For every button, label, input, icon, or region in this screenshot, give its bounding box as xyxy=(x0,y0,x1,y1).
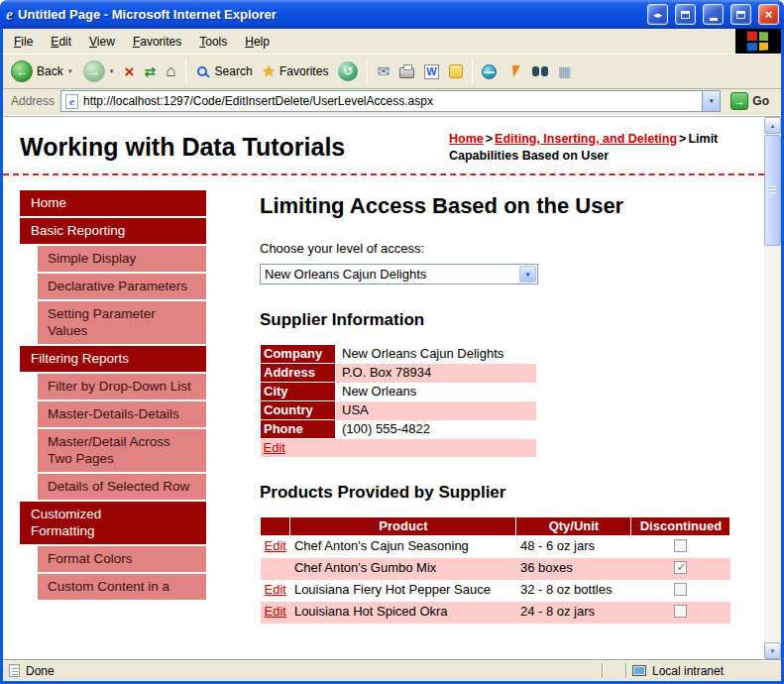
stop-icon: × xyxy=(125,63,135,80)
vertical-scrollbar[interactable]: ▲ ▼ xyxy=(764,117,781,659)
menu-edit[interactable]: Edit xyxy=(42,31,80,53)
breadcrumb-home-link[interactable]: Home xyxy=(449,132,484,146)
sidebar-item-filter-by-dropdown-list[interactable]: Filter by Drop-Down List xyxy=(38,374,206,399)
ie-logo-icon: e xyxy=(6,6,13,24)
sidebar-item-home[interactable]: Home xyxy=(20,190,206,216)
scrollbar-thumb[interactable] xyxy=(764,135,781,246)
address-url[interactable]: http://localhost:1297/Code/EditInsertDel… xyxy=(83,94,697,108)
access-level-label: Choose your level of access: xyxy=(260,241,737,256)
back-button[interactable]: ← Back ▼ xyxy=(6,57,78,86)
product-name: Chef Anton's Cajun Seasoning xyxy=(290,536,516,559)
word-icon: W xyxy=(424,64,439,79)
discontinued-checkbox xyxy=(674,561,687,574)
product-edit-link[interactable]: Edit xyxy=(265,604,286,619)
addon-research-button[interactable] xyxy=(527,57,553,86)
forward-icon: → xyxy=(83,60,105,82)
table-row: Edit Louisiana Fiery Hot Pepper Sauce 32… xyxy=(261,580,730,602)
supplier-field-value: P.O. Box 78934 xyxy=(336,364,536,383)
scroll-up-button[interactable]: ▲ xyxy=(764,117,781,134)
binoculars-icon xyxy=(532,66,548,77)
close-icon: × xyxy=(765,7,773,22)
product-name: Louisiana Fiery Hot Pepper Sauce xyxy=(290,580,516,602)
title-bar: e Untitled Page - Microsoft Internet Exp… xyxy=(0,0,784,29)
address-input[interactable]: e http://localhost:1297/Code/EditInsertD… xyxy=(60,90,721,112)
search-icon xyxy=(197,66,207,76)
sidebar-item-custom-content[interactable]: Custom Content in a xyxy=(38,574,206,600)
scrollbar-track[interactable] xyxy=(764,246,781,642)
product-edit-link[interactable]: Edit xyxy=(265,538,286,553)
sidebar: Home Basic Reporting Simple Display Decl… xyxy=(20,190,206,602)
search-button[interactable]: Search xyxy=(190,57,258,86)
sidebar-item-details-of-selected-row[interactable]: Details of Selected Row xyxy=(38,474,206,500)
menu-help[interactable]: Help xyxy=(236,31,279,53)
go-button[interactable]: → Go xyxy=(727,90,777,112)
history-button[interactable]: ↺ xyxy=(333,57,363,86)
windows-flag-icon xyxy=(747,31,768,51)
minimize-button[interactable] xyxy=(703,4,724,25)
menu-file[interactable]: File xyxy=(5,31,42,53)
sidebar-item-declarative-parameters[interactable]: Declarative Parameters xyxy=(38,274,206,299)
product-edit-link[interactable]: Edit xyxy=(265,582,286,597)
table-row: Phone (100) 555-4822 xyxy=(261,420,536,439)
search-label: Search xyxy=(215,64,253,78)
horizontal-arrows-button[interactable]: ◂▸ xyxy=(647,4,668,25)
scroll-down-button[interactable]: ▼ xyxy=(764,642,781,659)
main-content: Limiting Access Based on the User Choose… xyxy=(260,190,737,624)
discontinued-checkbox xyxy=(674,605,687,618)
zone-label: Local intranet xyxy=(652,664,724,678)
notes-button[interactable] xyxy=(444,57,468,86)
window-title: Untitled Page - Microsoft Internet Explo… xyxy=(18,7,640,22)
edit-with-word-button[interactable]: W xyxy=(419,57,444,86)
product-name: Louisiana Hot Spiced Okra xyxy=(290,602,516,624)
address-label: Address xyxy=(11,94,55,108)
home-button[interactable]: ⌂ xyxy=(161,57,180,86)
sidebar-item-simple-display[interactable]: Simple Display xyxy=(38,246,206,272)
page-title: Limiting Access Based on the User xyxy=(260,193,737,219)
addon-capture-button[interactable] xyxy=(502,57,527,86)
sidebar-item-master-details-details[interactable]: Master-Details-Details xyxy=(38,401,206,427)
status-left: Done xyxy=(9,664,602,678)
sidebar-item-basic-reporting[interactable]: Basic Reporting xyxy=(20,218,206,244)
breadcrumb-section-link[interactable]: Editing, Inserting, and Deleting xyxy=(495,132,677,146)
sidebar-item-setting-parameter-values[interactable]: Setting Parameter Values xyxy=(38,301,206,344)
chevron-down-icon[interactable]: ▼ xyxy=(519,266,536,283)
go-label: Go xyxy=(752,94,769,108)
page-body: Home Basic Reporting Simple Display Decl… xyxy=(3,175,764,624)
breadcrumb-separator: > xyxy=(677,132,688,146)
table-row: Address P.O. Box 78934 xyxy=(261,364,536,383)
product-qty: 24 - 8 oz jars xyxy=(516,602,631,624)
menu-view[interactable]: View xyxy=(80,31,124,53)
print-icon xyxy=(399,67,414,78)
address-dropdown-button[interactable]: ▼ xyxy=(702,91,720,111)
supplier-field-value: New Orleans Cajun Delights xyxy=(336,345,536,364)
addon-globe-button[interactable] xyxy=(477,57,502,86)
horizontal-arrows-icon: ◂▸ xyxy=(653,10,662,20)
addon-grid-button[interactable]: ▦ xyxy=(553,57,576,86)
sidebar-item-customized-formatting[interactable]: Customized Formatting xyxy=(20,502,206,544)
notes-icon xyxy=(449,64,463,78)
mail-button[interactable]: ✉ xyxy=(372,57,394,86)
print-button[interactable] xyxy=(394,57,419,86)
page-icon: e xyxy=(65,94,78,109)
toolbar-separator xyxy=(472,59,473,83)
stop-button[interactable]: × xyxy=(120,57,140,86)
favorites-button[interactable]: ★ Favorites xyxy=(258,57,334,86)
mail-icon: ✉ xyxy=(377,62,390,80)
address-bar: Address e http://localhost:1297/Code/Edi… xyxy=(3,89,781,116)
menu-tools[interactable]: Tools xyxy=(190,31,236,53)
sidebar-item-filtering-reports[interactable]: Filtering Reports xyxy=(20,346,206,372)
refresh-button[interactable]: ⇄ xyxy=(140,57,162,86)
back-dropdown-icon[interactable]: ▼ xyxy=(67,68,73,74)
menu-favorites[interactable]: Favorites xyxy=(124,31,190,53)
window-button[interactable] xyxy=(675,4,696,25)
sidebar-item-format-colors[interactable]: Format Colors xyxy=(38,546,206,572)
table-row: Country USA xyxy=(261,401,536,420)
maximize-button[interactable] xyxy=(730,4,751,25)
close-button[interactable]: × xyxy=(758,4,779,25)
status-bar: Done Local intranet xyxy=(3,659,781,681)
supplier-edit-link[interactable]: Edit xyxy=(264,440,285,455)
breadcrumb: Home>Editing, Inserting, and Deleting>Li… xyxy=(449,131,764,165)
access-level-select[interactable]: New Orleans Cajun Delights ▼ xyxy=(260,264,538,285)
sidebar-item-master-detail-across-two-pages[interactable]: Master/Detail Across Two Pages xyxy=(38,429,206,472)
status-text: Done xyxy=(26,664,55,678)
